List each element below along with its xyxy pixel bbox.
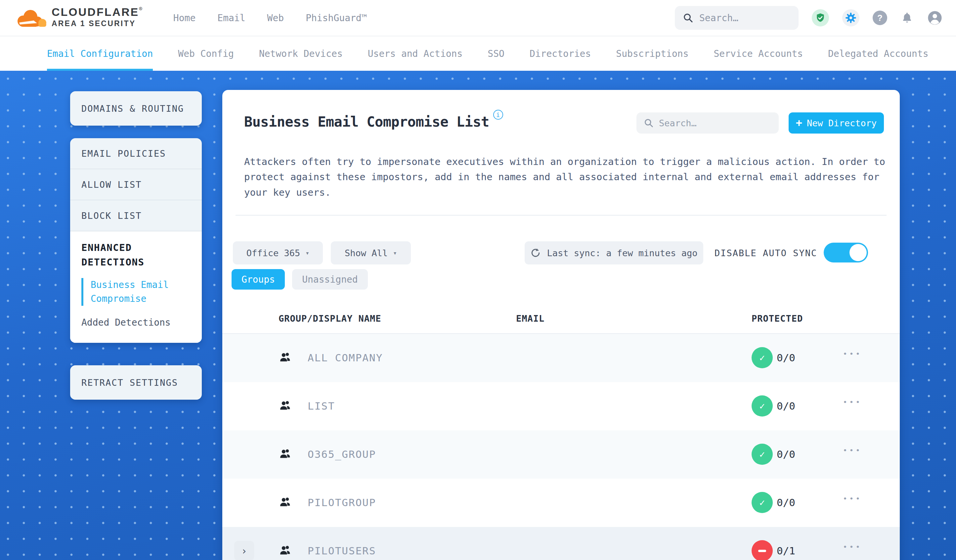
protected-count: 0/0: [777, 352, 795, 364]
sidebar-item-added-detections[interactable]: Added Detections: [82, 316, 190, 329]
sidebar-policies-card: EMAIL POLICIES ALLOW LIST BLOCK LIST ENH…: [70, 138, 202, 343]
plus-icon: +: [796, 116, 802, 129]
row-actions-button[interactable]: •••: [843, 446, 862, 455]
refresh-icon: [530, 248, 541, 258]
protected-status-icon: ✓: [752, 444, 773, 465]
topnav-item-home[interactable]: Home: [173, 13, 195, 24]
security-status-button[interactable]: [812, 9, 829, 27]
group-icon: [279, 400, 292, 413]
cloudflare-logo[interactable]: CLOUDFLARE® AREA 1 SECURITY: [13, 6, 142, 30]
content-background: DOMAINS & ROUTING EMAIL POLICIES ALLOW L…: [0, 71, 956, 560]
chevron-down-icon: ▾: [305, 249, 309, 257]
sidebar-item-business-email-compromise[interactable]: Business Email Compromise: [82, 278, 190, 306]
last-sync-text: Last sync: a few minutes ago: [547, 248, 697, 258]
last-sync-status[interactable]: Last sync: a few minutes ago: [525, 241, 703, 265]
disable-auto-sync-label: DISABLE AUTO SYNC: [714, 248, 817, 258]
topnav-item-email[interactable]: Email: [217, 13, 245, 24]
global-search-input[interactable]: [699, 13, 785, 24]
group-name: PILOTGROUP: [308, 497, 376, 508]
protected-count: 0/0: [777, 448, 795, 460]
tab-delegated-accounts[interactable]: Delegated Accounts: [828, 36, 928, 71]
top-right-controls: ?: [675, 6, 943, 30]
sidebar-item-block-list[interactable]: BLOCK LIST: [70, 200, 202, 231]
account-avatar-icon[interactable]: [927, 10, 943, 26]
topnav-item-phishguard[interactable]: PhishGuard™: [306, 13, 367, 24]
group-name: O365_GROUP: [308, 448, 376, 460]
chevron-right-icon: ›: [241, 545, 247, 557]
search-icon: [644, 118, 654, 128]
sidebar-item-retract-settings[interactable]: RETRACT SETTINGS: [70, 365, 202, 400]
section-tab-bar: Email ConfigurationWeb ConfigNetwork Dev…: [0, 36, 956, 71]
view-tabs: GroupsUnassigned: [231, 269, 368, 290]
new-directory-label: New Directory: [807, 118, 877, 128]
sidebar-item-email-policies[interactable]: EMAIL POLICIES: [70, 138, 202, 169]
table-row: LIST ✓ 0/0 •••: [222, 382, 900, 430]
row-actions-button[interactable]: •••: [843, 494, 862, 503]
tab-email-configuration[interactable]: Email Configuration: [47, 36, 153, 71]
protected-count: 0/0: [777, 497, 795, 508]
row-actions-button[interactable]: •••: [843, 350, 862, 358]
view-tab-unassigned[interactable]: Unassigned: [292, 269, 368, 290]
protected-status-icon: ✓: [752, 395, 773, 417]
brand-registered-mark: ®: [139, 6, 142, 12]
column-header-group: GROUP/DISPLAY NAME: [278, 314, 381, 324]
row-actions-button[interactable]: •••: [843, 543, 862, 551]
column-header-protected: PROTECTED: [752, 314, 803, 324]
main-panel: Business Email Compromise List i + New D…: [222, 90, 900, 560]
source-filter-dropdown[interactable]: Office 365 ▾: [233, 241, 323, 265]
gear-icon: [844, 12, 857, 24]
global-search[interactable]: [675, 6, 799, 30]
list-search-input[interactable]: [659, 118, 765, 128]
view-tab-groups[interactable]: Groups: [231, 269, 285, 290]
tab-directories[interactable]: Directories: [530, 36, 591, 71]
group-icon: [279, 497, 292, 510]
help-button[interactable]: ?: [873, 11, 887, 25]
group-icon: [279, 545, 292, 558]
auto-sync-toggle[interactable]: [824, 243, 868, 262]
group-icon: [279, 448, 292, 461]
source-filter-value: Office 365: [247, 248, 300, 258]
new-directory-button[interactable]: + New Directory: [789, 112, 884, 133]
groups-table: GROUP/DISPLAY NAME EMAIL PROTECTED ALL C…: [222, 304, 900, 560]
tab-service-accounts[interactable]: Service Accounts: [714, 36, 803, 71]
notifications-bell-icon[interactable]: [901, 11, 914, 25]
protected-status-icon: [752, 540, 773, 560]
app-window: CLOUDFLARE® AREA 1 SECURITY HomeEmailWeb…: [0, 0, 956, 560]
group-name: PILOTUSERS: [308, 545, 376, 557]
panel-header: Business Email Compromise List i: [244, 114, 503, 130]
sidebar-item-enhanced-detections[interactable]: ENHANCED DETECTIONS: [82, 241, 190, 270]
group-name: LIST: [308, 400, 335, 412]
table-row: › PILOTUSERS 0/1 •••: [222, 527, 900, 560]
sidebar-enhanced-detections-section: ENHANCED DETECTIONS Business Email Compr…: [70, 231, 202, 343]
group-icon: [279, 352, 292, 365]
column-header-email: EMAIL: [516, 314, 544, 324]
row-actions-button[interactable]: •••: [843, 398, 862, 406]
show-filter-dropdown[interactable]: Show All ▾: [331, 241, 411, 265]
sidebar-item-domains-routing[interactable]: DOMAINS & ROUTING: [70, 91, 202, 125]
tab-network-devices[interactable]: Network Devices: [259, 36, 343, 71]
list-search[interactable]: [637, 112, 779, 133]
chevron-down-icon: ▾: [393, 249, 397, 257]
logo-text: CLOUDFLARE® AREA 1 SECURITY: [52, 6, 142, 28]
table-row: PILOTGROUP ✓ 0/0 •••: [222, 479, 900, 527]
table-row: O365_GROUP ✓ 0/0 •••: [222, 430, 900, 479]
topnav-item-web[interactable]: Web: [267, 13, 284, 24]
group-name: ALL COMPANY: [308, 352, 383, 364]
tab-subscriptions[interactable]: Subscriptions: [616, 36, 689, 71]
divider: [236, 215, 887, 215]
table-body: ALL COMPANY ✓ 0/0 ••• LIST ✓ 0/0 ••• O36…: [222, 333, 900, 560]
tab-users-and-actions[interactable]: Users and Actions: [368, 36, 463, 71]
settings-button[interactable]: [842, 9, 859, 27]
sidebar-item-allow-list[interactable]: ALLOW LIST: [70, 169, 202, 200]
expand-row-button[interactable]: ›: [234, 541, 254, 560]
tab-web-config[interactable]: Web Config: [178, 36, 234, 71]
protected-count: 0/1: [777, 545, 795, 557]
info-icon[interactable]: i: [493, 110, 503, 120]
page-description: Attackers often try to impersonate execu…: [244, 154, 901, 200]
tab-sso[interactable]: SSO: [487, 36, 505, 71]
top-bar: CLOUDFLARE® AREA 1 SECURITY HomeEmailWeb…: [0, 0, 956, 36]
shield-check-icon: [815, 12, 826, 24]
protected-status-icon: ✓: [752, 492, 773, 513]
table-header: GROUP/DISPLAY NAME EMAIL PROTECTED: [222, 304, 900, 333]
cloudflare-cloud-icon: [13, 7, 48, 30]
